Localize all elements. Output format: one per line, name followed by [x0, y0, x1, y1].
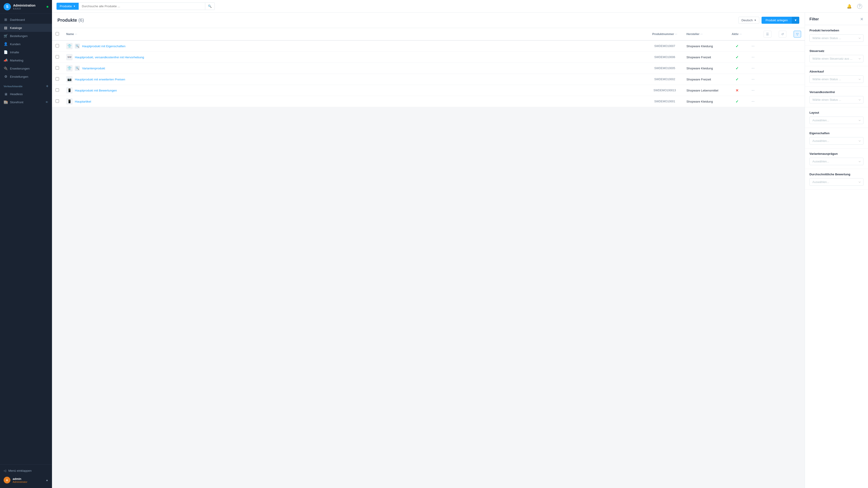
online-indicator	[46, 6, 49, 8]
header-actions: Deutsch ▼ Produkt anlegen ▼	[739, 17, 799, 24]
row-checkbox[interactable]	[56, 44, 59, 47]
app-logo: S	[4, 3, 11, 10]
headless-icon: 🖥	[4, 92, 8, 96]
row-actions-button[interactable]: ···	[750, 65, 756, 71]
filter-section-label: Versandkostenfrei	[809, 90, 864, 94]
sidebar-item-bestellungen[interactable]: 🛒 Bestellungen	[0, 32, 52, 40]
search-bar: Produkte ▼ 🔍	[57, 2, 215, 10]
product-name[interactable]: Variantenprodukt	[82, 67, 105, 70]
product-name[interactable]: Hauptartikel	[75, 100, 91, 103]
search-input[interactable]	[79, 2, 205, 10]
bestellungen-icon: 🛒	[4, 34, 8, 38]
product-active: ✓	[728, 40, 746, 52]
table-row: 👕 🔍 Hauptprodukt mit Eigenschaften SWDEM…	[52, 40, 805, 52]
row-checkbox[interactable]	[56, 88, 59, 92]
col-produktnummer-more-icon[interactable]: ···	[675, 33, 677, 36]
filter-select-variantenauspragung[interactable]: Auswählen...	[809, 158, 864, 165]
sidebar-item-headless[interactable]: 🖥 Headless	[0, 90, 52, 98]
product-name[interactable]: Hauptprodukt mit erweiterten Preisen	[75, 78, 125, 81]
filter-button[interactable]: ▽	[794, 31, 801, 37]
filter-section-versandkostenfrei: Versandkostenfrei Wähle einen Status ...	[805, 87, 868, 107]
sidebar-item-storefront[interactable]: 🏬 Storefront 👁	[0, 98, 52, 106]
column-settings-button[interactable]: ☰	[764, 31, 772, 37]
sidebar-item-marketing[interactable]: 📣 Marketing	[0, 56, 52, 64]
active-check-icon: ✓	[736, 77, 739, 81]
row-checkbox[interactable]	[56, 55, 59, 59]
filter-select-produkt_hervorheben[interactable]: Wähle einen Status ...	[809, 34, 864, 42]
select-all-checkbox[interactable]	[56, 32, 59, 35]
sidebar-item-kataloge[interactable]: ▤ Kataloge	[0, 24, 52, 32]
product-number: SWDEMO10007	[647, 40, 683, 52]
table-row: 📱 Hauptprodukt mit Bewertungen SWDEMO100…	[52, 85, 805, 96]
row-checkbox[interactable]	[56, 77, 59, 80]
search-category-button[interactable]: Produkte ▼	[57, 3, 79, 10]
filter-panel: Filter ✕ Produkt hervorheben Wähle einen…	[805, 13, 868, 488]
filter-section-label: Eigenschaften	[809, 131, 864, 135]
products-table: Name ··· Produktnummer ···	[52, 28, 805, 107]
storefront-eye-icon: 👁	[45, 101, 49, 104]
product-number: SWDEMO10001	[647, 96, 683, 107]
col-hersteller-label: Hersteller	[686, 33, 700, 36]
filter-section-label: Durchschnittliche Bewertung	[809, 173, 864, 176]
language-selector[interactable]: Deutsch ▼	[739, 17, 759, 24]
product-icon-primary: 👕	[66, 43, 72, 49]
collapse-menu-button[interactable]: ◁ Menü einklappen	[0, 467, 52, 475]
row-checkbox[interactable]	[56, 99, 59, 103]
user-section[interactable]: A admin Administrator ▲	[0, 475, 52, 486]
filter-select-durchschnittliche_bewertung[interactable]: Auswählen...	[809, 178, 864, 186]
create-product-button[interactable]: Produkt anlegen	[762, 17, 792, 24]
active-check-icon: ✓	[736, 55, 739, 59]
sidebar-item-einstellungen[interactable]: ⚙ Einstellungen	[0, 72, 52, 80]
product-active: ✓	[728, 63, 746, 74]
sidebar-item-label: Bestellungen	[10, 34, 28, 38]
create-product-dropdown-button[interactable]: ▼	[792, 17, 799, 24]
help-button[interactable]: ?	[856, 2, 864, 10]
notifications-button[interactable]: 🔔	[845, 2, 853, 10]
filter-select-eigenschaften[interactable]: Auswählen...	[809, 137, 864, 144]
row-actions-button[interactable]: ···	[750, 98, 756, 104]
product-name-cell: 👓 Hauptprodukt, versandkostenfrei mit He…	[66, 54, 636, 60]
user-name: admin	[13, 477, 27, 481]
page-count: (6)	[79, 18, 84, 23]
page-header: Produkte (6) Deutsch ▼ Produkt anlegen ▼	[52, 13, 805, 28]
col-hersteller-more-icon[interactable]: ···	[700, 33, 703, 36]
filter-select-steuersatz[interactable]: Wähle einen Steuersatz aus ...	[809, 55, 864, 62]
filter-select-layout[interactable]: Auswählen...	[809, 117, 864, 124]
table-row: 📱 Hauptartikel SWDEMO10001 Shopware Klei…	[52, 96, 805, 107]
reset-button[interactable]: ↺	[779, 31, 786, 37]
topbar: Produkte ▼ 🔍 🔔 ?	[52, 0, 868, 13]
product-name[interactable]: Hauptprodukt, versandkostenfrei mit Herv…	[75, 56, 144, 59]
col-aktiv-more-icon[interactable]: ···	[739, 33, 742, 36]
marketing-icon: 📣	[4, 58, 8, 62]
search-submit-button[interactable]: 🔍	[205, 2, 215, 10]
sidebar-item-label: Kataloge	[10, 26, 22, 30]
col-name-more-icon[interactable]: ···	[75, 33, 77, 36]
row-actions-button[interactable]: ···	[750, 88, 756, 93]
product-active: ✓	[728, 52, 746, 63]
sidebar-item-label: Dashboard	[10, 18, 25, 22]
category-chevron-icon: ▼	[73, 5, 75, 7]
row-actions-button[interactable]: ···	[750, 54, 756, 60]
filter-select-versandkostenfrei[interactable]: Wähle einen Status ...	[809, 96, 864, 103]
collapse-icon: ◁	[4, 469, 6, 473]
lang-chevron-icon: ▼	[754, 19, 756, 22]
filter-select-abverkauf[interactable]: Wähle einen Status ...	[809, 75, 864, 83]
app-version: 6.6.6.0	[13, 7, 35, 10]
bell-icon: 🔔	[847, 4, 852, 8]
row-actions-button[interactable]: ···	[750, 43, 756, 49]
product-name[interactable]: Hauptprodukt mit Eigenschaften	[82, 44, 125, 48]
app-info: Administration 6.6.6.0	[13, 4, 35, 10]
filter-section-label: Layout	[809, 111, 864, 114]
products-main: Produkte (6) Deutsch ▼ Produkt anlegen ▼	[52, 13, 805, 488]
product-name[interactable]: Hauptprodukt mit Bewertungen	[75, 89, 117, 92]
sidebar-item-dashboard[interactable]: ⊞ Dashboard	[0, 15, 52, 24]
sidebar-item-erweiterungen[interactable]: 🔌 Erweiterungen	[0, 64, 52, 72]
filter-close-button[interactable]: ✕	[860, 17, 864, 22]
product-name-cell: 📷 Hauptprodukt mit erweiterten Preisen	[66, 76, 636, 83]
sidebar-item-kunden[interactable]: 👤 Kunden	[0, 40, 52, 48]
filter-icon: ▽	[796, 32, 799, 36]
add-sales-channel-button[interactable]: +	[46, 84, 49, 89]
row-checkbox[interactable]	[56, 66, 59, 70]
sidebar-item-inhalte[interactable]: 📄 Inhalte	[0, 48, 52, 56]
row-actions-button[interactable]: ···	[750, 76, 756, 82]
